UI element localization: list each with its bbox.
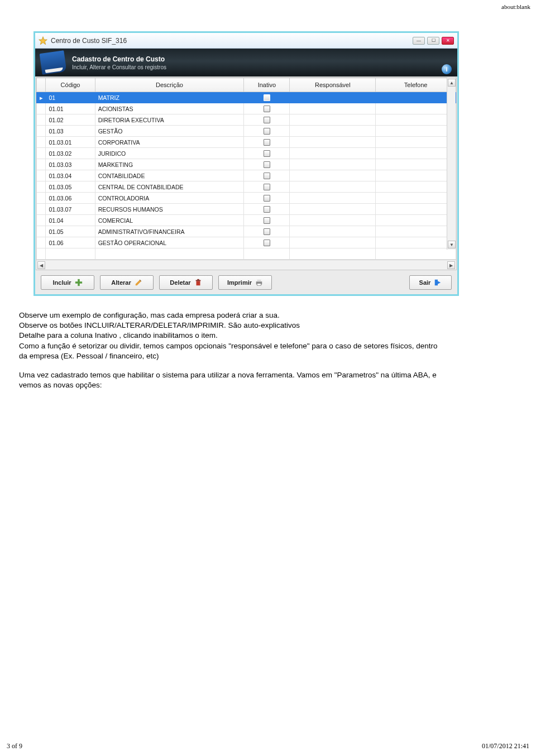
cell-responsavel[interactable] bbox=[290, 92, 376, 103]
col-codigo[interactable]: Código bbox=[46, 78, 95, 92]
col-responsavel[interactable]: Responsável bbox=[290, 78, 376, 92]
checkbox[interactable] bbox=[264, 195, 270, 202]
cell-responsavel[interactable] bbox=[290, 204, 376, 215]
cell-telefone[interactable] bbox=[376, 204, 456, 215]
cell-inativo[interactable] bbox=[244, 159, 290, 170]
cell-responsavel[interactable] bbox=[290, 114, 376, 126]
cell-responsavel[interactable] bbox=[290, 159, 376, 170]
table-row[interactable]: 01.03.06CONTROLADORIA bbox=[37, 193, 456, 204]
cell-descricao[interactable]: MARKETING bbox=[95, 159, 244, 170]
cell-responsavel[interactable] bbox=[290, 215, 376, 226]
checkbox[interactable] bbox=[264, 117, 270, 123]
cell-inativo[interactable] bbox=[244, 148, 290, 159]
cell-inativo[interactable] bbox=[244, 193, 290, 204]
table-row[interactable]: 01.03GESTÃO bbox=[37, 126, 456, 137]
cell-descricao[interactable]: CENTRAL DE CONTABILIDADE bbox=[95, 181, 244, 193]
cell-inativo[interactable] bbox=[244, 204, 290, 215]
checkbox[interactable] bbox=[264, 240, 270, 246]
cell-telefone[interactable] bbox=[376, 103, 456, 114]
cell-responsavel[interactable] bbox=[290, 193, 376, 204]
cell-descricao[interactable]: CONTROLADORIA bbox=[95, 193, 244, 204]
cell-descricao[interactable]: ACIONISTAS bbox=[95, 103, 244, 114]
cell-codigo[interactable]: 01.04 bbox=[46, 215, 95, 226]
cell-codigo[interactable]: 01.03 bbox=[46, 126, 95, 137]
cell-responsavel[interactable] bbox=[290, 137, 376, 148]
cell-responsavel[interactable] bbox=[290, 103, 376, 114]
cell-responsavel[interactable] bbox=[290, 237, 376, 248]
table-row[interactable]: 01.05ADMINISTRATIVO/FINANCEIRA bbox=[37, 226, 456, 237]
col-descricao[interactable]: Descrição bbox=[95, 78, 244, 92]
cell-telefone[interactable] bbox=[376, 170, 456, 181]
cell-telefone[interactable] bbox=[376, 148, 456, 159]
cell-codigo[interactable]: 01.03.06 bbox=[46, 193, 95, 204]
cell-descricao[interactable]: RECURSOS HUMANOS bbox=[95, 204, 244, 215]
cell-telefone[interactable] bbox=[376, 92, 456, 103]
cell-inativo[interactable] bbox=[244, 92, 290, 103]
table-row[interactable]: 01.06GESTÃO OPERACIONAL bbox=[37, 237, 456, 248]
checkbox[interactable] bbox=[264, 184, 270, 190]
titlebar[interactable]: Centro de Custo SIF_316 — ☐ ✕ bbox=[35, 33, 457, 49]
cell-codigo[interactable]: 01.03.07 bbox=[46, 204, 95, 215]
imprimir-button[interactable]: Imprimir bbox=[218, 275, 272, 290]
cell-inativo[interactable] bbox=[244, 181, 290, 193]
table-row[interactable]: 01.03.04CONTABILIDADE bbox=[37, 170, 456, 181]
cell-responsavel[interactable] bbox=[290, 170, 376, 181]
cell-codigo[interactable]: 01.03.03 bbox=[46, 159, 95, 170]
vertical-scrollbar[interactable]: ▲ ▼ bbox=[447, 78, 456, 250]
cell-descricao[interactable]: CONTABILIDADE bbox=[95, 170, 244, 181]
checkbox[interactable] bbox=[264, 161, 270, 168]
cell-telefone[interactable] bbox=[376, 226, 456, 237]
cell-codigo[interactable]: 01.05 bbox=[46, 226, 95, 237]
cell-inativo[interactable] bbox=[244, 215, 290, 226]
cell-codigo[interactable]: 01.03.04 bbox=[46, 170, 95, 181]
scroll-down-icon[interactable]: ▼ bbox=[448, 241, 456, 248]
cell-inativo[interactable] bbox=[244, 237, 290, 248]
cell-telefone[interactable] bbox=[376, 126, 456, 137]
table-row[interactable]: ▸01MATRIZ bbox=[37, 92, 456, 103]
cell-descricao[interactable]: CORPORATIVA bbox=[95, 137, 244, 148]
deletar-button[interactable]: Deletar bbox=[159, 275, 213, 290]
cell-responsavel[interactable] bbox=[290, 126, 376, 137]
cell-descricao[interactable]: JURIDICO bbox=[95, 148, 244, 159]
table-row[interactable]: 01.03.02JURIDICO bbox=[37, 148, 456, 159]
cell-descricao[interactable]: GESTÃO OPERACIONAL bbox=[95, 237, 244, 248]
checkbox[interactable] bbox=[264, 217, 270, 224]
cell-telefone[interactable] bbox=[376, 215, 456, 226]
table-row[interactable]: 01.03.01CORPORATIVA bbox=[37, 137, 456, 148]
cell-descricao[interactable]: GESTÃO bbox=[95, 126, 244, 137]
cell-codigo[interactable]: 01.02 bbox=[46, 114, 95, 126]
cell-descricao[interactable]: COMERCIAL bbox=[95, 215, 244, 226]
cell-descricao[interactable]: MATRIZ bbox=[95, 92, 244, 103]
col-telefone[interactable]: Telefone bbox=[376, 78, 456, 92]
cell-codigo[interactable]: 01.03.02 bbox=[46, 148, 95, 159]
checkbox[interactable] bbox=[264, 94, 270, 101]
minimize-button[interactable]: — bbox=[413, 37, 425, 45]
cell-telefone[interactable] bbox=[376, 193, 456, 204]
scroll-left-icon[interactable]: ◀ bbox=[37, 261, 45, 269]
cell-telefone[interactable] bbox=[376, 114, 456, 126]
help-icon[interactable]: i bbox=[442, 64, 452, 74]
cell-responsavel[interactable] bbox=[290, 226, 376, 237]
data-grid[interactable]: Código Descrição Inativo Responsável Tel… bbox=[36, 78, 456, 260]
incluir-button[interactable]: Incluir bbox=[41, 275, 94, 290]
scroll-up-icon[interactable]: ▲ bbox=[448, 79, 456, 87]
cell-descricao[interactable]: ADMINISTRATIVO/FINANCEIRA bbox=[95, 226, 244, 237]
table-row[interactable]: 01.01ACIONISTAS bbox=[37, 103, 456, 114]
table-row[interactable]: 01.03.05CENTRAL DE CONTABILIDADE bbox=[37, 181, 456, 193]
cell-codigo[interactable]: 01.06 bbox=[46, 237, 95, 248]
table-row[interactable]: 01.03.07RECURSOS HUMANOS bbox=[37, 204, 456, 215]
scroll-right-icon[interactable]: ▶ bbox=[447, 261, 455, 269]
close-button[interactable]: ✕ bbox=[442, 37, 454, 45]
cell-codigo[interactable]: 01.03.05 bbox=[46, 181, 95, 193]
col-inativo[interactable]: Inativo bbox=[244, 78, 290, 92]
cell-inativo[interactable] bbox=[244, 137, 290, 148]
cell-codigo[interactable]: 01 bbox=[46, 92, 95, 103]
checkbox[interactable] bbox=[264, 128, 270, 135]
cell-codigo[interactable]: 01.01 bbox=[46, 103, 95, 114]
cell-inativo[interactable] bbox=[244, 170, 290, 181]
cell-telefone[interactable] bbox=[376, 237, 456, 248]
horizontal-scrollbar[interactable]: ◀ ▶ bbox=[36, 260, 456, 270]
checkbox[interactable] bbox=[264, 150, 270, 157]
cell-codigo[interactable]: 01.03.01 bbox=[46, 137, 95, 148]
alterar-button[interactable]: Alterar bbox=[100, 275, 154, 290]
